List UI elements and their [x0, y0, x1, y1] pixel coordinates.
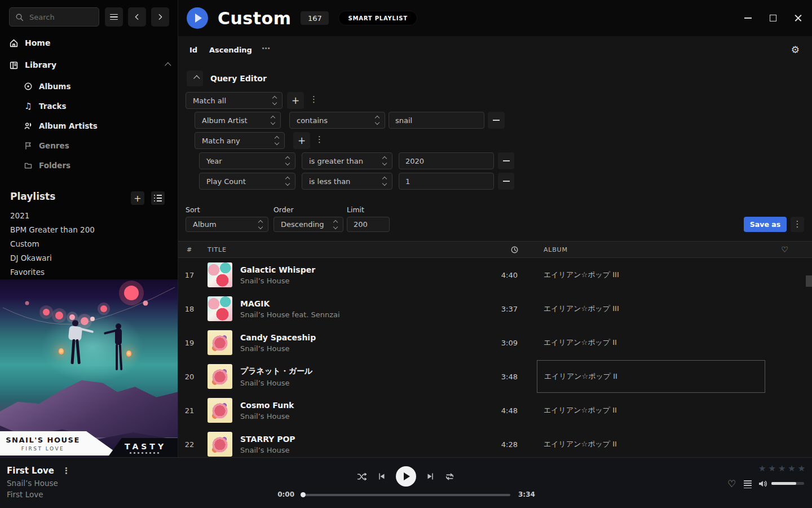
- star-icon[interactable]: ★: [798, 463, 805, 474]
- minimize-button[interactable]: [743, 14, 752, 23]
- rule-operator-select[interactable]: is less than: [302, 173, 392, 190]
- now-playing-album-art[interactable]: SNAIL'S HOUSE FIRST LOVE TASTY: [0, 279, 178, 457]
- star-icon[interactable]: ★: [778, 463, 785, 474]
- rule-operator-value: is less than: [309, 177, 350, 186]
- sidebar-item-home[interactable]: Home: [9, 35, 50, 51]
- add-rule-button-group1[interactable]: +: [287, 92, 304, 109]
- playlist-item[interactable]: DJ Okawari: [10, 252, 52, 264]
- track-row[interactable]: 17 Galactic Whisper Snail’s House 4:40 エ…: [178, 258, 812, 292]
- rule-value-input[interactable]: [399, 152, 494, 169]
- track-row[interactable]: 18 MAGIK Snail’s House feat. Sennzai 3:3…: [178, 292, 812, 326]
- sort-field-button[interactable]: Id: [189, 46, 197, 54]
- sort-select[interactable]: Album: [186, 217, 268, 232]
- rule-operator-select[interactable]: is greater than: [302, 152, 392, 169]
- order-select[interactable]: Descending: [273, 217, 343, 232]
- minus-icon: [503, 160, 510, 161]
- column-header-album[interactable]: ALBUM: [537, 246, 765, 253]
- sidebar-item-library[interactable]: Library: [9, 57, 169, 73]
- track-album-cell[interactable]: エイリアン☆ポップ III: [537, 259, 765, 291]
- sidebar-item-folders[interactable]: Folders: [24, 158, 70, 173]
- repeat-button[interactable]: [444, 472, 455, 481]
- now-playing-album[interactable]: First Love: [7, 490, 43, 499]
- playlist-item[interactable]: Custom: [10, 238, 39, 250]
- library-collapse-button[interactable]: [164, 60, 169, 69]
- column-header-favorite[interactable]: ♡: [765, 245, 812, 254]
- track-album-cell[interactable]: エイリアン☆ポップ II: [537, 326, 765, 359]
- add-playlist-button[interactable]: +: [131, 191, 144, 205]
- column-header-duration[interactable]: [492, 246, 526, 254]
- track-row[interactable]: 20 プラネット・ガール Snail’s House 3:48 エイリアン☆ポッ…: [178, 360, 812, 393]
- volume-button[interactable]: [758, 479, 768, 488]
- star-icon[interactable]: ★: [758, 463, 766, 474]
- sort-direction-button[interactable]: Ascending: [209, 46, 252, 54]
- sidebar-item-genres[interactable]: Genres: [24, 138, 69, 153]
- match-select-group2[interactable]: Match any: [195, 132, 285, 149]
- rule-value-input[interactable]: [399, 173, 494, 190]
- match-select-value: Match all: [193, 97, 226, 105]
- track-row[interactable]: 19 Candy Spaceship Snail’s House 3:09 エイ…: [178, 326, 812, 360]
- now-playing-menu-button[interactable]: ⋮: [62, 467, 70, 475]
- play-button[interactable]: [396, 466, 416, 487]
- save-menu-button[interactable]: ⋮: [791, 217, 804, 232]
- chevron-right-icon: [156, 13, 164, 21]
- playlist-item[interactable]: BPM Greater than 200: [10, 224, 95, 236]
- track-album-cell[interactable]: エイリアン☆ポップ II: [537, 394, 765, 427]
- playlist-item[interactable]: 2021: [10, 209, 29, 222]
- scrollbar-thumb[interactable]: [806, 275, 812, 287]
- search-field[interactable]: [28, 12, 92, 22]
- queue-button[interactable]: [744, 480, 752, 488]
- rule-field-select[interactable]: Year: [199, 152, 295, 169]
- column-header-title[interactable]: TITLE: [208, 246, 232, 253]
- rule-field-select[interactable]: Play Count: [199, 173, 295, 190]
- previous-button[interactable]: [377, 472, 386, 481]
- now-playing-track[interactable]: First Love: [7, 466, 54, 476]
- playback-controls: [357, 466, 455, 487]
- search-input[interactable]: [9, 7, 99, 27]
- rule-field-select[interactable]: Album Artist: [195, 112, 281, 129]
- remove-rule-button[interactable]: [488, 112, 505, 129]
- remove-rule-button[interactable]: [498, 152, 514, 169]
- match-select-group1[interactable]: Match all: [186, 92, 283, 109]
- seek-handle[interactable]: [301, 492, 306, 497]
- nav-back-button[interactable]: [128, 7, 146, 27]
- limit-input[interactable]: [347, 217, 390, 232]
- nav-forward-button[interactable]: [151, 7, 169, 27]
- track-album-cell[interactable]: エイリアン☆ポップ II: [537, 360, 765, 393]
- sidebar-item-albums[interactable]: Albums: [24, 79, 70, 94]
- track-album-cell[interactable]: エイリアン☆ポップ II: [537, 428, 765, 457]
- seek-bar[interactable]: [302, 494, 510, 496]
- shuffle-button[interactable]: [357, 472, 368, 481]
- more-options-button[interactable]: ⋯: [262, 43, 271, 54]
- close-button[interactable]: [794, 14, 803, 23]
- add-rule-button-group2[interactable]: +: [293, 132, 310, 149]
- now-playing-artist[interactable]: Snail’s House: [7, 479, 58, 488]
- track-table-header: # TITLE ALBUM ♡: [178, 241, 812, 258]
- rule-operator-select[interactable]: contains: [289, 112, 385, 129]
- star-icon[interactable]: ★: [768, 463, 775, 474]
- save-as-button[interactable]: Save as: [744, 217, 787, 232]
- gear-icon[interactable]: ⚙: [791, 44, 800, 55]
- playlist-item[interactable]: Favorites: [10, 266, 45, 278]
- music-note-icon: ♫: [24, 102, 33, 111]
- star-icon[interactable]: ★: [788, 463, 795, 474]
- play-playlist-button[interactable]: [187, 7, 208, 29]
- sidebar-item-album-artists[interactable]: Album Artists: [24, 119, 98, 133]
- group2-menu-button[interactable]: ⋮: [315, 135, 324, 144]
- track-cover-art: [208, 262, 232, 287]
- next-button[interactable]: [426, 472, 435, 481]
- query-editor-collapse-button[interactable]: [187, 71, 203, 86]
- rule-value-input[interactable]: [389, 112, 484, 129]
- rule-field-value: Album Artist: [202, 116, 248, 125]
- track-row[interactable]: 21 Cosmo Funk Snail’s House 4:48 エイリアン☆ポ…: [178, 393, 812, 427]
- maximize-button[interactable]: [769, 14, 778, 23]
- app-menu-button[interactable]: [105, 7, 123, 27]
- sidebar-item-tracks[interactable]: ♫ Tracks: [24, 99, 67, 113]
- favorite-button[interactable]: ♡: [727, 478, 736, 489]
- track-row[interactable]: 22 STARRY POP Snail’s House 4:28 エイリアン☆ポ…: [178, 427, 812, 457]
- volume-slider[interactable]: [771, 482, 804, 485]
- remove-rule-button[interactable]: [498, 173, 514, 190]
- column-header-index[interactable]: #: [178, 246, 201, 253]
- playlist-view-button[interactable]: [151, 191, 165, 205]
- group1-menu-button[interactable]: ⋮: [310, 95, 318, 104]
- track-album-cell[interactable]: エイリアン☆ポップ III: [537, 292, 765, 325]
